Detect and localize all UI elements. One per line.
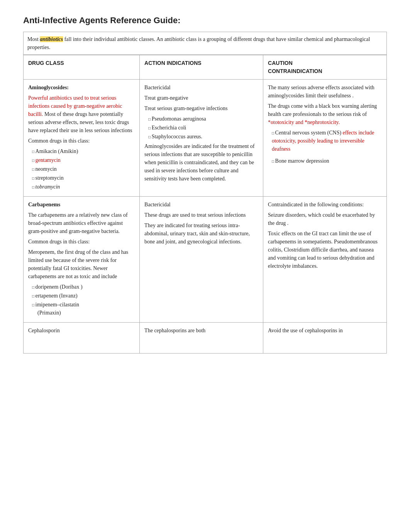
- drug-class-name: Aminoglycosides:: [28, 83, 135, 92]
- list-item: streptomycin: [32, 174, 135, 182]
- action-cell-carbapenems: Bactericidal These drugs are used to tre…: [140, 197, 263, 323]
- action-paragraph: They are indicated for treating serious …: [144, 221, 258, 246]
- caution-para: Toxic effects on the GI tract can limit …: [268, 229, 382, 270]
- caution-cell-cephalosporin: Avoid the use of cephalosporins in: [263, 323, 387, 354]
- red-warning: *ototoxicity and *nephrotoxicity.: [268, 119, 340, 125]
- carbapenem-drug-list: doripenem (Doribax ) ertapenem (Invanz) …: [28, 283, 135, 317]
- list-item: tobramycin: [32, 183, 135, 191]
- table-row: Aminoglycosides: Powerful antibiotics us…: [24, 80, 387, 197]
- list-item: gentamycin: [32, 156, 135, 164]
- action-line: Treat gram-negative: [144, 94, 258, 102]
- caution-para: Contraindicated in the following conditi…: [268, 201, 382, 209]
- intro-before: Most: [27, 36, 40, 42]
- col-header-caution: CAUTIONCONTRAINDICATION: [263, 55, 387, 80]
- drug-class-cell-cephalosporin: Cephalosporin: [24, 323, 140, 354]
- action-type: Bactericidal: [144, 83, 258, 92]
- col-header-action: ACTION INDICATIONS: [140, 55, 263, 80]
- caution-para: Avoid the use of cephalosporins in: [268, 326, 382, 335]
- action-type: Bactericidal: [144, 201, 258, 209]
- list-item: Bone marrow depression: [272, 157, 382, 165]
- caution-para: Seizure disorders, which could be exacer…: [268, 211, 382, 227]
- caution-cell-aminoglycosides: The many serious adverse effects associa…: [263, 80, 387, 197]
- list-item: neomycin: [32, 165, 135, 173]
- drug-class-desc: The carbapenems are a relatively new cla…: [28, 211, 135, 235]
- common-drugs-label: Common drugs in this class:: [28, 238, 135, 246]
- caution-list: Central nervous system (CNS) effects inc…: [268, 129, 382, 153]
- list-item: Escherichia coli: [148, 124, 258, 132]
- list-item: Central nervous system (CNS) effects inc…: [272, 129, 382, 153]
- action-cell-cephalosporin: The cephalosporins are both: [140, 323, 263, 354]
- list-item: Staphylococcus aureus.: [148, 133, 258, 141]
- action-line: These drugs are used to treat serious in…: [144, 211, 258, 219]
- table-row: Cephalosporin The cephalosporins are bot…: [24, 323, 387, 354]
- caution-list-2: Bone marrow depression: [268, 157, 382, 165]
- red-effect: effects include ototoxicity, possibly le…: [272, 130, 374, 152]
- action-cell-aminoglycosides: Bactericidal Treat gram-negative Treat s…: [140, 80, 263, 197]
- reference-table: DRUG CLASS ACTION INDICATIONS CAUTIONCON…: [23, 55, 387, 354]
- page-title: Anti-Infective Agents Reference Guide:: [23, 15, 387, 25]
- bacteria-list: Pseudomonas aeruginosa Escherichia coli …: [144, 115, 258, 141]
- intro-after: fall into their individual antibiotic cl…: [27, 36, 370, 50]
- col-header-drug-class: DRUG CLASS: [24, 55, 140, 80]
- action-line: The cephalosporins are both: [144, 326, 258, 335]
- drug-class-name: Carbapenems: [28, 201, 135, 209]
- list-item: ertapenem (Invanz): [32, 292, 135, 300]
- drug-class-cell-aminoglycosides: Aminoglycosides: Powerful antibiotics us…: [24, 80, 140, 197]
- action-paragraph: Aminoglycosides are indicated for the tr…: [144, 142, 258, 183]
- drug-class-name: Cephalosporin: [28, 326, 135, 335]
- meropenem-desc: Meropenem, the first drug of the class a…: [28, 248, 135, 280]
- normal-desc: Most of these drugs have potentially ser…: [28, 111, 132, 133]
- caution-para: The many serious adverse effects associa…: [268, 83, 382, 100]
- list-item: Amikacin (Amikin): [32, 147, 135, 155]
- caution-para: The drugs come with a black box warning …: [268, 102, 382, 126]
- list-item: Pseudomonas aeruginosa: [148, 115, 258, 123]
- table-row: Carbapenems The carbapenems are a relati…: [24, 197, 387, 323]
- drug-list: Amikacin (Amikin) gentamycin neomycin st…: [28, 147, 135, 191]
- intro-box: Most antibiotics fall into their individ…: [23, 32, 387, 55]
- action-line: Treat serious gram-negative infections: [144, 104, 258, 112]
- common-drugs-label: Common drugs in this class:: [28, 137, 135, 145]
- drug-class-desc: Powerful antibiotics used to treat serio…: [28, 94, 135, 134]
- list-item: imipenem–cilastatin (Primaxin): [32, 301, 135, 317]
- list-item: doripenem (Doribax ): [32, 283, 135, 291]
- drug-class-cell-carbapenems: Carbapenems The carbapenems are a relati…: [24, 197, 140, 323]
- intro-highlight: antibiotics: [40, 36, 63, 42]
- caution-cell-carbapenems: Contraindicated in the following conditi…: [263, 197, 387, 323]
